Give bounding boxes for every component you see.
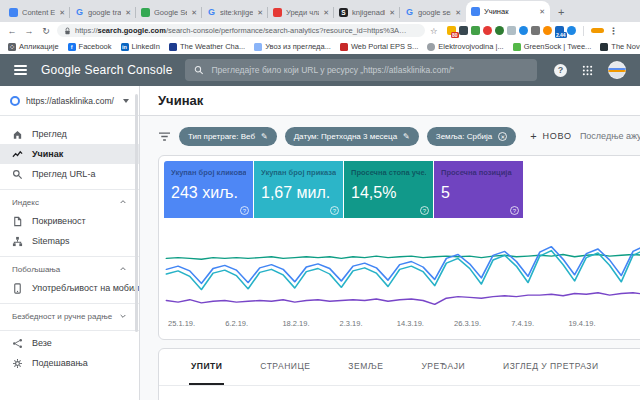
tab-favicon	[9, 8, 18, 17]
google-apps-grid-icon[interactable]	[582, 65, 593, 76]
sidebar-item-url-inspection[interactable]: Преглед URL-a	[0, 164, 139, 184]
google-favicon: G	[75, 8, 84, 17]
tab-close-icon[interactable]: ✕	[59, 9, 65, 17]
bookmark[interactable]: The Weather Cha...	[169, 42, 245, 51]
sidebar-scrollbar[interactable]	[135, 94, 138, 332]
google-favicon: G	[405, 8, 414, 17]
sidebar-item-links[interactable]: Везе	[0, 333, 139, 353]
new-tab-button[interactable]: +	[558, 6, 564, 18]
address-bar[interactable]: https://search.google.com/search-console…	[57, 24, 425, 37]
extension-icon[interactable]	[567, 26, 576, 35]
edit-icon[interactable]: ✎	[403, 132, 410, 141]
card-average-position[interactable]: Просечна позиција5?	[434, 161, 523, 218]
tab-close-icon[interactable]: ✕	[257, 9, 263, 17]
bookmark-folder[interactable]: Увоз из прегледа...	[254, 42, 331, 51]
bookmark[interactable]: fFacebook	[68, 42, 112, 51]
sidebar-item-settings[interactable]: Подешавања	[0, 353, 139, 373]
bookmark[interactable]: GreenSock | Twee...	[513, 42, 592, 51]
main-area: Учинак Тип претраге: Веб✎ Датум: Претход…	[140, 86, 640, 400]
filter-chip-country[interactable]: Земља: Србија✕	[427, 127, 516, 146]
browser-tab[interactable]: Sknjigenadlanu✕	[334, 3, 400, 22]
property-selector[interactable]: https://atlasklinika.com/	[0, 86, 139, 116]
extension-icon[interactable]	[543, 26, 552, 35]
performance-icon	[12, 149, 23, 160]
sitemap-icon	[12, 236, 23, 247]
extension-icon[interactable]	[495, 26, 504, 35]
help-icon[interactable]: ?	[554, 64, 567, 77]
back-button[interactable]: ←	[6, 26, 18, 36]
app-body: https://atlasklinika.com/ Преглед Учинак…	[0, 86, 640, 400]
url-inspection-search[interactable]	[185, 59, 537, 81]
profile-chip[interactable]	[591, 28, 604, 33]
browser-toolbar: ← → ↻ https://search.google.com/search-c…	[0, 22, 640, 39]
search-input[interactable]	[211, 65, 528, 75]
extension-icon[interactable]	[531, 26, 540, 35]
sidebar-item-sitemaps[interactable]: Sitemaps	[0, 231, 139, 251]
card-total-clicks[interactable]: Укупан број кликова243 хиљ.?	[164, 161, 253, 218]
tab-close-icon[interactable]: ✕	[125, 9, 131, 17]
help-icon[interactable]: ?	[510, 206, 519, 215]
site-favicon	[427, 43, 435, 51]
bookmark[interactable]: Elektrovojvodina |...	[427, 42, 503, 51]
tab-close-icon[interactable]: ✕	[539, 8, 545, 16]
sidebar-item-overview[interactable]: Преглед	[0, 124, 139, 144]
tab-search-appearance[interactable]: ИЗГЛЕД У ПРЕТРАЗИ	[501, 349, 601, 385]
tab-close-icon[interactable]: ✕	[323, 9, 329, 17]
filter-chip-search-type[interactable]: Тип претраге: Веб✎	[179, 127, 277, 146]
tab-devices[interactable]: УРЕЂАЈИ	[419, 349, 467, 385]
tab-close-icon[interactable]: ✕	[455, 9, 461, 17]
bookmark-star-icon[interactable]: ☆	[430, 26, 438, 36]
extension-icon[interactable]	[507, 26, 516, 35]
extension-icon[interactable]	[483, 26, 492, 35]
browser-tab[interactable]: Google Search✕	[136, 3, 202, 22]
browser-tab[interactable]: Gsite:knjigenad✕	[202, 3, 268, 22]
sidebar-section-index[interactable]: Индекс	[0, 193, 139, 211]
help-icon[interactable]: ?	[240, 206, 249, 215]
gsc-header: Google Search Console ?	[0, 54, 640, 86]
browser-tab-active[interactable]: Учинак✕	[466, 1, 550, 22]
user-avatar[interactable]	[608, 61, 626, 79]
bookmark-apps[interactable]: ⁘Апликације	[8, 42, 59, 51]
forward-button[interactable]: →	[23, 26, 35, 36]
browser-tab[interactable]: Уреди чланак✕	[268, 3, 334, 22]
sidebar-item-performance[interactable]: Учинак	[0, 144, 139, 164]
bookmark[interactable]: The November Ma...	[600, 42, 640, 51]
help-icon[interactable]: ?	[420, 206, 429, 215]
extension-icon[interactable]	[519, 26, 528, 35]
extension-icon[interactable]	[459, 26, 468, 35]
hamburger-menu-icon[interactable]	[14, 65, 27, 75]
filter-chip-date[interactable]: Датум: Претходна 3 месеца✎	[285, 127, 419, 146]
extension-icon[interactable]: 2.44	[555, 26, 564, 35]
browser-tab-strip: Content Explor✕ Ggoogle transla✕ Google …	[0, 0, 640, 22]
performance-chart[interactable]	[164, 231, 640, 315]
card-average-ctr[interactable]: Просечна стопа уче...14,5%?	[344, 161, 433, 218]
remove-filter-icon[interactable]: ✕	[498, 132, 507, 141]
plus-icon: +	[530, 130, 537, 142]
tab-countries[interactable]: ЗЕМЉЕ	[346, 349, 385, 385]
sidebar-section-security[interactable]: Безбедност и ручне радње	[0, 307, 139, 325]
bookmark[interactable]: Web Portal EPS S...	[340, 42, 418, 51]
extension-icon[interactable]	[471, 26, 480, 35]
help-icon[interactable]: ?	[330, 206, 339, 215]
card-total-impressions[interactable]: Укупан број приказа1,67 мил.?	[254, 161, 343, 218]
reload-button[interactable]: ↻	[40, 26, 52, 36]
browser-menu-icon[interactable]: ⋮	[609, 26, 618, 36]
extension-icon[interactable]: 80	[447, 26, 456, 35]
browser-tab[interactable]: Ggoogle transla✕	[70, 3, 136, 22]
bookmark[interactable]: inLinkedIn	[121, 42, 160, 51]
links-share-icon	[12, 338, 23, 349]
gear-icon	[12, 358, 23, 369]
tab-close-icon[interactable]: ✕	[191, 9, 197, 17]
x-axis-label: 19.4.19.	[568, 319, 595, 328]
tab-close-icon[interactable]: ✕	[389, 9, 395, 17]
browser-tab[interactable]: Ggoogle search✕	[400, 3, 466, 22]
edit-icon[interactable]: ✎	[261, 132, 268, 141]
tab-queries[interactable]: УПИТИ	[189, 349, 224, 385]
new-filter-button[interactable]: +НОВО	[530, 130, 572, 142]
sidebar-item-mobile-usability[interactable]: Употребљивост на мобилн...	[0, 278, 139, 298]
browser-tab[interactable]: Content Explor✕	[4, 3, 70, 22]
filter-list-icon[interactable]	[158, 131, 171, 142]
sidebar-item-coverage[interactable]: Покривеност	[0, 211, 139, 231]
sidebar-section-enhancements[interactable]: Побољшања	[0, 260, 139, 278]
tab-pages[interactable]: СТРАНИЦЕ	[258, 349, 312, 385]
